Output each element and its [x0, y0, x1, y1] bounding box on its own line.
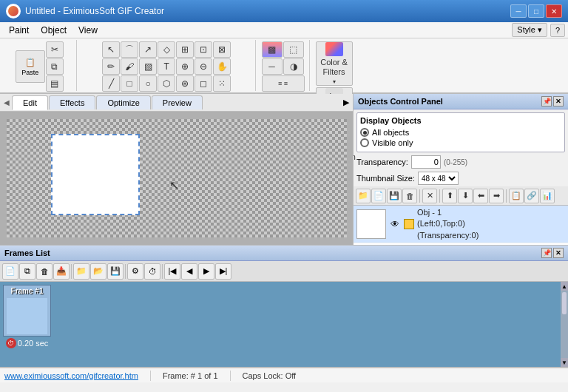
canvas-background: ↖: [7, 119, 347, 237]
ellipse-tool[interactable]: ○: [139, 75, 157, 92]
link-obj-button[interactable]: 🔗: [524, 189, 539, 203]
tab-preview[interactable]: Preview: [152, 95, 203, 109]
tab-scroll-right[interactable]: ▶: [341, 98, 351, 107]
all-objects-radio[interactable]: [360, 128, 369, 137]
chart-obj-button[interactable]: 📊: [540, 189, 555, 203]
frames-last-button[interactable]: ▶|: [215, 263, 231, 280]
tab-effects[interactable]: Effects: [49, 95, 95, 109]
scroll-thumb[interactable]: [562, 292, 567, 314]
menu-view[interactable]: View: [72, 24, 104, 37]
move-up-button[interactable]: ⬆: [442, 189, 457, 203]
line-tool[interactable]: ╱: [102, 75, 120, 92]
menu-object[interactable]: Object: [35, 24, 72, 37]
move-right-button[interactable]: ➡: [489, 189, 504, 203]
frames-duplicate-button[interactable]: ⧉: [19, 263, 36, 280]
opacity-btn[interactable]: ◑: [283, 58, 304, 75]
copy-button[interactable]: ⧉: [46, 58, 64, 75]
right-toolbar-group: Color & Filters ▾ ▶ Animation ▾ ? Help &…: [311, 40, 357, 91]
pin-panel-button[interactable]: 📌: [541, 96, 552, 107]
move-down-button[interactable]: ⬇: [458, 189, 473, 203]
frames-settings-button[interactable]: ⚙: [127, 263, 143, 280]
frames-sep-2: [125, 264, 126, 279]
select-tool[interactable]: ↖: [102, 41, 120, 58]
scroll-down-arrow[interactable]: ▼: [561, 358, 568, 367]
main-area: ◀ Edit Effects Optimize Preview ▶ ↖ Obje…: [0, 94, 568, 246]
transform-tool[interactable]: ⊞: [176, 41, 194, 58]
lasso-tool[interactable]: ⌒: [121, 41, 138, 58]
transparency-input[interactable]: [411, 155, 441, 169]
stroke-color-btn[interactable]: ⬚: [283, 41, 304, 58]
object-list[interactable]: 👁 Obj - 1 (Left:0,Top:0) (Transparency:0…: [354, 206, 568, 245]
minimize-button[interactable]: ─: [510, 4, 527, 18]
color-filters-icon: [325, 42, 343, 56]
help-menu-button[interactable]: ?: [550, 24, 565, 37]
website-link[interactable]: www.eximioussoft.com/gifcreator.htm: [4, 371, 138, 380]
align-btn[interactable]: ≡ ≡: [262, 75, 305, 92]
cut-button[interactable]: ✂: [46, 41, 64, 58]
thumbnail-select[interactable]: 48 x 48 32 x 32 64 x 64: [418, 172, 459, 185]
visible-only-radio[interactable]: [360, 138, 369, 147]
fill-tool[interactable]: ▧: [139, 58, 157, 75]
save-obj-button[interactable]: 💾: [387, 189, 402, 203]
frame-1-time-icon: ⏱: [6, 338, 16, 348]
frames-first-button[interactable]: |◀: [164, 263, 180, 280]
maximize-button[interactable]: □: [528, 4, 544, 18]
close-frames-button[interactable]: ✕: [553, 248, 564, 258]
crop-tool[interactable]: ⊡: [195, 41, 212, 58]
style-button[interactable]: Style ▾: [512, 23, 547, 37]
frames-prev-button[interactable]: ◀: [181, 263, 197, 280]
stamp-tool[interactable]: ⊛: [176, 75, 194, 92]
frames-new-button[interactable]: 📄: [2, 263, 18, 280]
warp-tool[interactable]: ⊠: [213, 41, 231, 58]
editor-pane: ◀ Edit Effects Optimize Preview ▶ ↖: [0, 94, 354, 245]
rect-tool[interactable]: □: [121, 75, 138, 92]
frames-delete-button[interactable]: 🗑: [36, 263, 53, 280]
spray-tool[interactable]: ⁙: [213, 75, 231, 92]
new-obj-button[interactable]: 📁: [356, 189, 371, 203]
arrow-tool[interactable]: ↗: [139, 41, 157, 58]
frames-open-button[interactable]: 📂: [90, 263, 106, 280]
close-panel-button[interactable]: ✕: [553, 96, 564, 107]
frames-save-button[interactable]: 💾: [107, 263, 124, 280]
object-list-item[interactable]: 👁 Obj - 1 (Left:0,Top:0) (Transparency:0…: [354, 206, 568, 243]
pin-frames-button[interactable]: 📌: [541, 248, 552, 258]
frame-1-item[interactable]: Frame #1 ⏱ 0.20 sec: [3, 285, 51, 348]
pen-tool[interactable]: ✏: [102, 58, 120, 75]
move-left-button[interactable]: ⬅: [473, 189, 488, 203]
hand-tool[interactable]: ✋: [213, 58, 231, 75]
delete-obj-button[interactable]: 🗑: [402, 189, 417, 203]
fill-color-btn[interactable]: ▩: [262, 41, 283, 58]
transparency-row: Transparency: (0-255): [354, 154, 568, 170]
style-dropdown-icon: ▾: [538, 25, 542, 34]
frames-vertical-scrollbar[interactable]: ▲ ▼: [561, 282, 568, 367]
frames-import-button[interactable]: 📥: [53, 263, 70, 280]
tab-optimize[interactable]: Optimize: [96, 95, 150, 109]
color-filters-button[interactable]: Color & Filters ▾: [316, 41, 353, 86]
open-obj-button[interactable]: 📄: [371, 189, 386, 203]
brush-tool[interactable]: 🖌: [121, 58, 138, 75]
canvas-area[interactable]: ↖: [0, 112, 353, 245]
tab-edit[interactable]: Edit: [12, 95, 48, 110]
frames-timer-button[interactable]: ⏱: [144, 263, 160, 280]
menu-paint[interactable]: Paint: [3, 24, 35, 37]
object-visibility-toggle[interactable]: 👁: [389, 218, 401, 230]
stroke-width-btn[interactable]: ─: [262, 58, 283, 75]
format-button[interactable]: ▤: [46, 75, 64, 92]
shape-tool[interactable]: ◇: [158, 41, 175, 58]
poly-tool[interactable]: ⬡: [158, 75, 175, 92]
copy-obj-button[interactable]: 📋: [509, 189, 524, 203]
selected-object-box: [51, 134, 140, 215]
remove-obj-button[interactable]: ✕: [422, 189, 437, 203]
scroll-up-arrow[interactable]: ▲: [561, 282, 568, 291]
zoom-out-tool[interactable]: ⊖: [195, 58, 212, 75]
zoom-in-tool[interactable]: ⊕: [176, 58, 194, 75]
text-tool[interactable]: T: [158, 58, 175, 75]
frames-next-button[interactable]: ▶: [198, 263, 214, 280]
paste-button[interactable]: 📋 Paste: [16, 50, 45, 83]
eraser-tool[interactable]: ◻: [195, 75, 212, 92]
frames-folder-button[interactable]: 📁: [73, 263, 89, 280]
close-button[interactable]: ✕: [546, 4, 562, 18]
scroll-track[interactable]: [561, 291, 568, 358]
tab-scroll-left[interactable]: ◀: [1, 95, 12, 111]
frames-sep-3: [162, 264, 163, 279]
